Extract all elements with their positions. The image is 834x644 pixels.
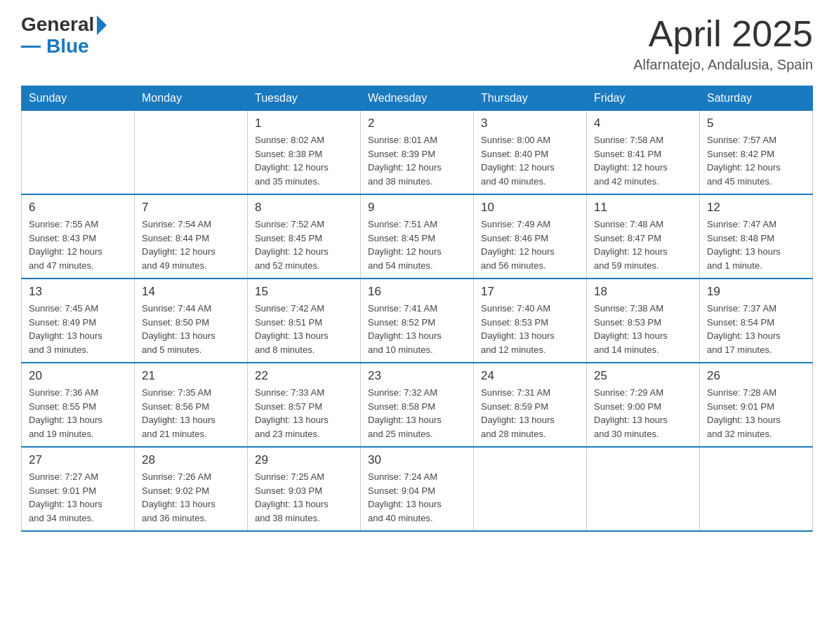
week-row-4: 20Sunrise: 7:36 AM Sunset: 8:55 PM Dayli… xyxy=(22,363,813,447)
calendar-cell: 13Sunrise: 7:45 AM Sunset: 8:49 PM Dayli… xyxy=(22,279,135,363)
day-number: 2 xyxy=(368,116,466,130)
calendar-cell: 1Sunrise: 8:02 AM Sunset: 8:38 PM Daylig… xyxy=(248,111,361,195)
calendar-cell: 27Sunrise: 7:27 AM Sunset: 9:01 PM Dayli… xyxy=(22,447,135,531)
calendar-cell xyxy=(135,111,248,195)
day-info: Sunrise: 7:47 AM Sunset: 8:48 PM Dayligh… xyxy=(707,217,805,272)
day-number: 1 xyxy=(255,116,353,130)
day-info: Sunrise: 7:36 AM Sunset: 8:55 PM Dayligh… xyxy=(29,386,127,441)
calendar-cell: 20Sunrise: 7:36 AM Sunset: 8:55 PM Dayli… xyxy=(22,363,135,447)
day-number: 25 xyxy=(594,369,692,383)
logo-blue-text: Blue xyxy=(46,36,89,56)
day-info: Sunrise: 7:31 AM Sunset: 8:59 PM Dayligh… xyxy=(481,386,579,441)
calendar-cell: 16Sunrise: 7:41 AM Sunset: 8:52 PM Dayli… xyxy=(361,279,474,363)
day-number: 29 xyxy=(255,453,353,467)
day-info: Sunrise: 7:24 AM Sunset: 9:04 PM Dayligh… xyxy=(368,470,466,525)
day-info: Sunrise: 7:52 AM Sunset: 8:45 PM Dayligh… xyxy=(255,217,353,272)
week-row-3: 13Sunrise: 7:45 AM Sunset: 8:49 PM Dayli… xyxy=(22,279,813,363)
day-number: 15 xyxy=(255,285,353,299)
weekday-header-friday: Friday xyxy=(587,86,700,111)
weekday-header-sunday: Sunday xyxy=(22,86,135,111)
day-number: 11 xyxy=(594,201,692,215)
day-number: 6 xyxy=(29,201,127,215)
calendar-cell: 9Sunrise: 7:51 AM Sunset: 8:45 PM Daylig… xyxy=(361,194,474,279)
day-info: Sunrise: 7:26 AM Sunset: 9:02 PM Dayligh… xyxy=(142,470,240,525)
calendar-cell: 25Sunrise: 7:29 AM Sunset: 9:00 PM Dayli… xyxy=(587,363,700,447)
week-row-5: 27Sunrise: 7:27 AM Sunset: 9:01 PM Dayli… xyxy=(22,447,813,531)
day-info: Sunrise: 7:44 AM Sunset: 8:50 PM Dayligh… xyxy=(142,302,240,356)
logo: General Blue xyxy=(21,14,107,56)
day-number: 20 xyxy=(29,369,127,383)
title-block: April 2025 Alfarnatejo, Andalusia, Spain xyxy=(633,14,813,73)
logo-arrow-icon xyxy=(97,15,107,35)
day-info: Sunrise: 7:54 AM Sunset: 8:44 PM Dayligh… xyxy=(142,217,240,272)
day-info: Sunrise: 7:41 AM Sunset: 8:52 PM Dayligh… xyxy=(368,302,466,356)
day-info: Sunrise: 7:49 AM Sunset: 8:46 PM Dayligh… xyxy=(481,217,579,272)
calendar-cell: 15Sunrise: 7:42 AM Sunset: 8:51 PM Dayli… xyxy=(248,279,361,363)
day-number: 21 xyxy=(142,369,240,383)
day-info: Sunrise: 7:58 AM Sunset: 8:41 PM Dayligh… xyxy=(594,133,692,188)
day-number: 3 xyxy=(481,116,579,130)
calendar-cell: 17Sunrise: 7:40 AM Sunset: 8:53 PM Dayli… xyxy=(474,279,587,363)
day-info: Sunrise: 7:29 AM Sunset: 9:00 PM Dayligh… xyxy=(594,386,692,441)
day-number: 5 xyxy=(707,116,805,130)
day-number: 19 xyxy=(707,285,805,299)
weekday-header-tuesday: Tuesday xyxy=(248,86,361,111)
calendar-cell xyxy=(700,447,813,531)
day-info: Sunrise: 7:55 AM Sunset: 8:43 PM Dayligh… xyxy=(29,217,127,272)
day-number: 12 xyxy=(707,201,805,215)
day-number: 14 xyxy=(142,285,240,299)
day-number: 8 xyxy=(255,201,353,215)
day-number: 13 xyxy=(29,285,127,299)
week-row-2: 6Sunrise: 7:55 AM Sunset: 8:43 PM Daylig… xyxy=(22,194,813,279)
day-number: 22 xyxy=(255,369,353,383)
calendar-cell: 24Sunrise: 7:31 AM Sunset: 8:59 PM Dayli… xyxy=(474,363,587,447)
calendar-cell: 23Sunrise: 7:32 AM Sunset: 8:58 PM Dayli… xyxy=(361,363,474,447)
calendar-cell xyxy=(587,447,700,531)
day-info: Sunrise: 7:51 AM Sunset: 8:45 PM Dayligh… xyxy=(368,217,466,272)
calendar-cell: 18Sunrise: 7:38 AM Sunset: 8:53 PM Dayli… xyxy=(587,279,700,363)
calendar-cell: 10Sunrise: 7:49 AM Sunset: 8:46 PM Dayli… xyxy=(474,194,587,279)
day-number: 16 xyxy=(368,285,466,299)
day-info: Sunrise: 7:33 AM Sunset: 8:57 PM Dayligh… xyxy=(255,386,353,441)
calendar-cell: 29Sunrise: 7:25 AM Sunset: 9:03 PM Dayli… xyxy=(248,447,361,531)
day-number: 24 xyxy=(481,369,579,383)
calendar-cell: 6Sunrise: 7:55 AM Sunset: 8:43 PM Daylig… xyxy=(22,194,135,279)
day-info: Sunrise: 7:27 AM Sunset: 9:01 PM Dayligh… xyxy=(29,470,127,525)
day-number: 30 xyxy=(368,453,466,467)
day-number: 28 xyxy=(142,453,240,467)
day-number: 17 xyxy=(481,285,579,299)
day-number: 4 xyxy=(594,116,692,130)
day-info: Sunrise: 7:35 AM Sunset: 8:56 PM Dayligh… xyxy=(142,386,240,441)
week-row-1: 1Sunrise: 8:02 AM Sunset: 8:38 PM Daylig… xyxy=(22,111,813,195)
calendar-table: SundayMondayTuesdayWednesdayThursdayFrid… xyxy=(21,86,813,532)
day-info: Sunrise: 7:42 AM Sunset: 8:51 PM Dayligh… xyxy=(255,302,353,356)
calendar-cell: 11Sunrise: 7:48 AM Sunset: 8:47 PM Dayli… xyxy=(587,194,700,279)
calendar-cell xyxy=(22,111,135,195)
day-number: 26 xyxy=(707,369,805,383)
day-info: Sunrise: 7:25 AM Sunset: 9:03 PM Dayligh… xyxy=(255,470,353,525)
day-number: 10 xyxy=(481,201,579,215)
weekday-header-saturday: Saturday xyxy=(700,86,813,111)
calendar-cell: 4Sunrise: 7:58 AM Sunset: 8:41 PM Daylig… xyxy=(587,111,700,195)
calendar-cell: 5Sunrise: 7:57 AM Sunset: 8:42 PM Daylig… xyxy=(700,111,813,195)
calendar-cell: 22Sunrise: 7:33 AM Sunset: 8:57 PM Dayli… xyxy=(248,363,361,447)
calendar-cell: 30Sunrise: 7:24 AM Sunset: 9:04 PM Dayli… xyxy=(361,447,474,531)
day-info: Sunrise: 7:48 AM Sunset: 8:47 PM Dayligh… xyxy=(594,217,692,272)
calendar-cell: 19Sunrise: 7:37 AM Sunset: 8:54 PM Dayli… xyxy=(700,279,813,363)
day-number: 27 xyxy=(29,453,127,467)
weekday-header-row: SundayMondayTuesdayWednesdayThursdayFrid… xyxy=(22,86,813,111)
calendar-cell: 14Sunrise: 7:44 AM Sunset: 8:50 PM Dayli… xyxy=(135,279,248,363)
weekday-header-monday: Monday xyxy=(135,86,248,111)
calendar-cell xyxy=(474,447,587,531)
day-info: Sunrise: 7:38 AM Sunset: 8:53 PM Dayligh… xyxy=(594,302,692,356)
calendar-cell: 21Sunrise: 7:35 AM Sunset: 8:56 PM Dayli… xyxy=(135,363,248,447)
calendar-cell: 12Sunrise: 7:47 AM Sunset: 8:48 PM Dayli… xyxy=(700,194,813,279)
day-number: 18 xyxy=(594,285,692,299)
logo-dash xyxy=(21,46,41,48)
calendar-cell: 26Sunrise: 7:28 AM Sunset: 9:01 PM Dayli… xyxy=(700,363,813,447)
calendar-title: April 2025 xyxy=(633,14,813,54)
logo-general-text: General xyxy=(21,15,94,34)
weekday-header-thursday: Thursday xyxy=(474,86,587,111)
calendar-cell: 7Sunrise: 7:54 AM Sunset: 8:44 PM Daylig… xyxy=(135,194,248,279)
day-number: 23 xyxy=(368,369,466,383)
